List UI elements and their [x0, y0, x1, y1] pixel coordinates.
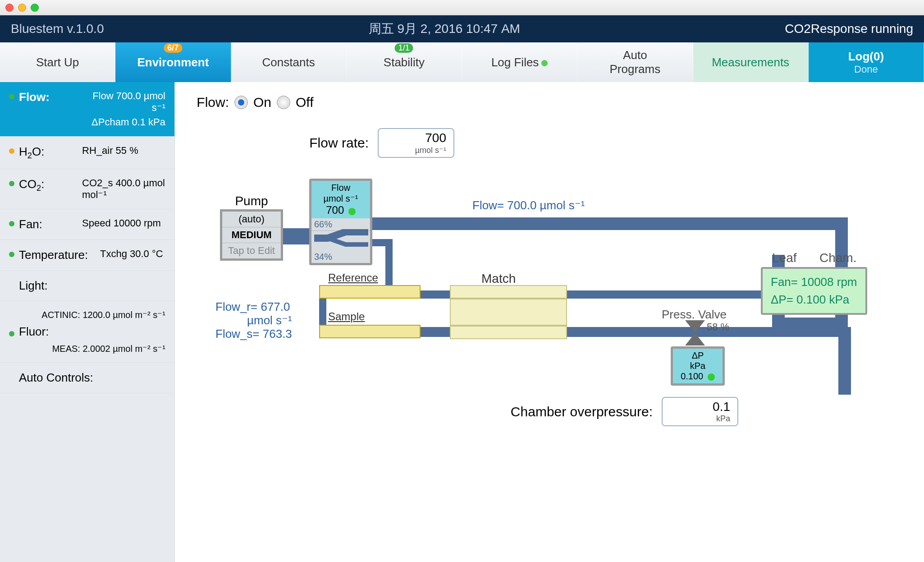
sidebar-item-value: CO2_s 400.0 µmol mol⁻¹ — [82, 177, 165, 201]
match-label: Match — [481, 272, 516, 286]
sidebar-item-value: Txchg 30.0 °C — [100, 248, 165, 260]
mac-titlebar — [0, 0, 924, 15]
pipe-segment — [385, 239, 393, 292]
status-led-icon — [9, 331, 14, 336]
status-led-icon — [9, 252, 14, 257]
radio-label: On — [253, 95, 271, 110]
chamber-dp: ΔP= 0.100 kPa — [771, 291, 857, 309]
sample-irga — [319, 325, 421, 338]
pump-heading: Pump — [220, 194, 283, 208]
chamber-overpressure-label: Chamber overpressure: — [481, 404, 653, 419]
reference-label: Reference — [328, 272, 378, 284]
tab-sublabel: Programs — [610, 62, 661, 76]
tab-label: Measurements — [712, 55, 789, 69]
sidebar-item-label: Auto Controls: — [19, 371, 109, 385]
pump-edit-hint: Tap to Edit — [222, 243, 281, 258]
status-led-icon — [9, 221, 14, 226]
press-valve-pct: 58 % — [707, 321, 729, 333]
sidebar-item-label: Light: — [19, 279, 78, 293]
tab-label: Log Files — [491, 55, 539, 69]
flow-s-annotation: Flow_s= 763.3 — [215, 327, 292, 341]
status-bar: Bluestem v.1.0.0 周五 9月 2, 2016 10:47 AM … — [0, 15, 924, 42]
wizard-tabstrip: Start Up 6/7 Environment Constants 1/1 S… — [0, 42, 924, 82]
reference-irga — [319, 285, 421, 299]
flow-split-mid — [311, 230, 370, 251]
dp-panel[interactable]: ΔP kPa 0.100 — [671, 346, 725, 386]
press-valve-label: Press. Valve — [662, 308, 727, 322]
flow-box-label: Flow — [331, 183, 350, 193]
dp-value: 0.100 — [681, 371, 703, 381]
pipe-segment — [283, 228, 310, 244]
flow-box-unit: µmol s⁻¹ — [324, 193, 358, 204]
flow-rate-unit: µmol s⁻¹ — [415, 145, 446, 155]
flow-split-bot: 34% — [311, 251, 370, 263]
flow-rate-label: Flow rate: — [270, 135, 369, 151]
flow-rate-input[interactable]: 700 µmol s⁻¹ — [378, 128, 454, 158]
sidebar-item-label: Flow: — [19, 90, 78, 104]
sidebar-item-temperature[interactable]: Temperature: Txchg 30.0 °C — [0, 240, 174, 271]
flow-diagram: Pump (auto) MEDIUM Tap to Edit Flow µmol… — [193, 167, 906, 438]
sidebar-item-auto-controls[interactable]: Auto Controls: — [0, 363, 174, 393]
sidebar-item-value: ΔPcham 0.1 kPa — [82, 116, 165, 128]
dp-unit: kPa — [690, 361, 705, 371]
close-icon[interactable] — [5, 4, 14, 12]
status-dot-icon — [541, 60, 548, 66]
sidebar-item-h2o[interactable]: H2O: RH_air 55 % — [0, 137, 174, 169]
zoom-icon[interactable] — [31, 4, 39, 12]
clock: 周五 9月 2, 2016 10:47 AM — [104, 20, 785, 37]
chamber-overpressure-input[interactable]: 0.1 kPa — [662, 397, 738, 426]
flow-splitter-panel[interactable]: Flow µmol s⁻¹ 700 66% 34% — [309, 179, 372, 265]
sample-label: Sample — [328, 310, 365, 323]
sidebar-item-fan[interactable]: Fan: Speed 10000 rpm — [0, 209, 174, 240]
valve-top-icon — [685, 320, 705, 333]
app-version: Bluestem v.1.0.0 — [11, 22, 104, 36]
match-block-top — [450, 285, 567, 299]
dp-label: ΔP — [692, 350, 704, 361]
tab-sublabel: Done — [854, 64, 878, 75]
sidebar-item-value: Flow 700.0 µmol s⁻¹ — [82, 90, 165, 114]
splitter-icon — [314, 229, 368, 247]
chamber-label: Cham. — [819, 251, 856, 265]
sidebar-item-value: Speed 10000 rpm — [82, 217, 165, 229]
sidebar-item-value: MEAS: 2.0002 µmol m⁻² s⁻¹ — [9, 343, 165, 354]
tab-label: Stability — [384, 55, 425, 69]
sidebar-item-light[interactable]: Light: — [0, 271, 174, 301]
sidebar-item-label: Fan: — [19, 217, 78, 231]
sidebar-item-value: RH_air 55 % — [82, 145, 165, 157]
content-panel: Flow: On Off Flow rate: 700 µmol s⁻¹ Pum… — [175, 82, 924, 562]
tab-badge: 6/7 — [164, 43, 182, 53]
pipe-segment — [838, 382, 851, 395]
flow-toggle-label: Flow: — [193, 95, 229, 110]
sidebar-item-fluor[interactable]: ACTINIC: 1200.0 µmol m⁻² s⁻¹ Fluor: MEAS… — [0, 301, 174, 363]
flow-rate-value: 700 — [425, 131, 446, 145]
sidebar: Flow: Flow 700.0 µmol s⁻¹ ΔPcham 0.1 kPa… — [0, 82, 175, 562]
sidebar-item-label: Fluor: — [19, 325, 78, 339]
flow-on-radio[interactable] — [234, 96, 248, 109]
flow-off-radio[interactable] — [277, 96, 290, 109]
status-led-icon — [9, 148, 14, 154]
radio-label: Off — [296, 95, 313, 110]
flow-split-top: 66% — [311, 218, 370, 230]
status-led-icon — [9, 181, 14, 186]
status-led-icon — [348, 208, 356, 215]
sidebar-item-label: CO2: — [19, 177, 78, 193]
sidebar-item-flow[interactable]: Flow: Flow 700.0 µmol s⁻¹ ΔPcham 0.1 kPa — [0, 82, 174, 137]
sidebar-item-co2[interactable]: CO2: CO2_s 400.0 µmol mol⁻¹ — [0, 169, 174, 209]
pipe-segment — [372, 217, 848, 230]
tab-label: Constants — [262, 55, 315, 69]
tab-label: Log(0) — [848, 50, 884, 64]
pump-block[interactable]: Pump (auto) MEDIUM Tap to Edit — [220, 194, 283, 261]
sidebar-item-label: H2O: — [19, 145, 78, 161]
tab-startup[interactable]: Start Up — [0, 42, 115, 82]
tab-badge: 1/1 — [395, 43, 413, 53]
flow-box-value: 700 — [326, 204, 344, 216]
match-block-mid — [450, 299, 567, 326]
match-block-bot — [450, 326, 567, 339]
chamber-overpressure-unit: kPa — [716, 414, 730, 424]
minimize-icon[interactable] — [18, 4, 26, 12]
status-led-icon — [708, 373, 715, 381]
tab-label: Auto — [623, 48, 647, 62]
leaf-chamber-panel[interactable]: Fan= 10008 rpm ΔP= 0.100 kPa — [761, 267, 867, 315]
run-state: CO2Response running — [785, 22, 913, 36]
chamber-fan: Fan= 10008 rpm — [771, 273, 857, 291]
